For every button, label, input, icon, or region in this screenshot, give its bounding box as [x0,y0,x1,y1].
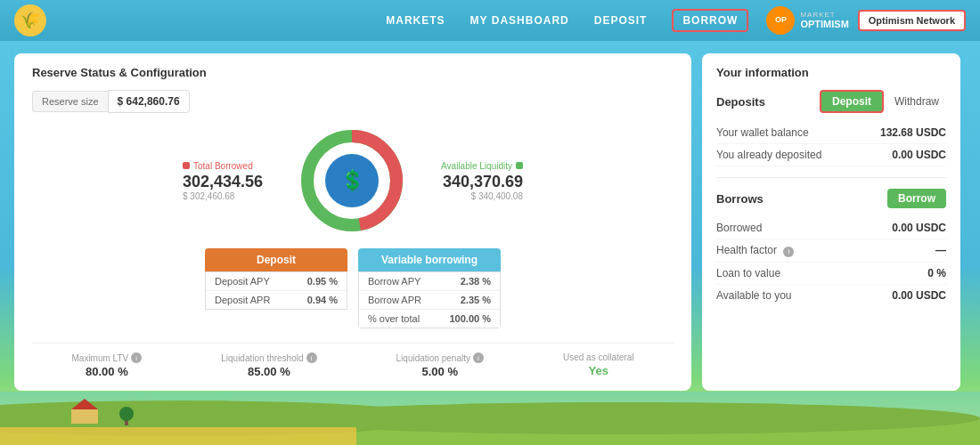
stat-liquidation-penalty: Liquidation penalty i 5.00 % [396,352,484,378]
deposit-table-body: Deposit APY 0.95 % Deposit APR 0.94 % [205,271,347,310]
borrowed-value: 0.00 USDC [892,222,946,234]
svg-point-10 [119,407,134,421]
deposit-table-header: Deposit [205,248,347,271]
borrows-label: Borrows [716,192,764,206]
logo-icon: 🌾 [20,11,40,30]
main-content: Reserve Status & Configuration Reserve s… [0,41,980,403]
health-factor-label: Health factor i [716,244,794,257]
wallet-balance-label: Your wallet balance [716,126,809,139]
total-borrowed-amount: 302,434.56 [183,173,263,191]
table-row: Borrow APY 2.38 % [359,272,500,291]
available-liquidity-label: Available Liquidity [441,161,523,171]
deposit-actions: Deposit Withdraw [820,90,946,113]
stat-max-ltv-value: 80.00 % [72,365,143,378]
wallet-balance-value: 132.68 USDC [880,126,946,139]
available-to-you-row: Available to you 0.00 USDC [716,285,946,306]
stat-liquidation-threshold: Liquidation threshold i 85.00 % [221,352,316,378]
nav-dashboard[interactable]: MY DASHBOARD [470,14,569,27]
borrowed-row: Borrowed 0.00 USDC [716,217,946,239]
available-liquidity-amount: 340,370.69 [441,173,523,191]
already-deposited-label: You already deposited [716,149,821,161]
available-liquidity-info: Available Liquidity 340,370.69 $ 340,400… [441,161,523,201]
main-nav: MARKETS MY DASHBOARD DEPOSIT BORROW [386,9,748,32]
deposit-apr-value: 0.94 % [307,295,338,305]
svg-rect-7 [71,409,98,424]
borrow-apr-label: Borrow APR [368,295,421,305]
borrow-button[interactable]: Borrow [887,189,946,208]
deposit-apy-label: Deposit APY [215,276,270,287]
available-to-you-label: Available to you [716,289,792,302]
your-info-title: Your information [716,66,946,79]
borrow-apr-value: 2.35 % [461,295,491,305]
network-badge[interactable]: Optimism Network [858,10,966,31]
nav-markets[interactable]: MARKETS [386,14,445,27]
health-factor-info-icon[interactable]: i [783,247,794,257]
variable-table-header: Variable borrowing [358,248,501,271]
loan-to-value-row: Loan to value 0 % [716,263,946,285]
market-logo-icon: OP [766,6,795,35]
stat-max-ltv: Maximum LTV i 80.00 % [72,352,143,378]
market-info: OP MARKET OPTIMISM [766,6,848,35]
borrowed-label: Borrowed [716,222,762,234]
tables-row: Deposit Deposit APY 0.95 % Deposit APR 0… [32,248,674,328]
stat-collateral: Used as collateral Yes [563,352,633,378]
reserve-size-row: Reserve size $ 642,860.76 [32,90,674,113]
pct-over-total-label: % over total [368,313,420,324]
health-factor-value: — [935,244,946,257]
deposit-table: Deposit Deposit APY 0.95 % Deposit APR 0… [205,248,347,328]
nav-deposit[interactable]: DEPOSIT [594,14,648,27]
wallet-balance-row: Your wallet balance 132.68 USDC [716,122,946,144]
borrow-apy-value: 2.38 % [461,276,491,287]
table-row: % over total 100.00 % [359,310,500,328]
deposit-apr-label: Deposit APR [215,295,270,305]
borrow-apy-label: Borrow APY [368,276,421,287]
variable-table: Variable borrowing Borrow APY 2.38 % Bor… [358,248,501,328]
available-to-you-value: 0.00 USDC [892,289,946,302]
loan-to-value-value: 0 % [927,267,946,279]
reserve-panel-title: Reserve Status & Configuration [32,66,674,79]
table-row: Deposit APR 0.94 % [206,291,347,309]
market-name: OPTIMISM [800,19,848,30]
deposits-label: Deposits [716,95,765,109]
stat-max-ltv-label: Maximum LTV i [72,352,143,363]
stat-collateral-label: Used as collateral [563,352,633,362]
nav-borrow[interactable]: BORROW [672,9,748,32]
app-logo[interactable]: 🌾 [14,4,46,36]
stat-liquidation-threshold-value: 85.00 % [221,365,316,378]
stat-collateral-value: Yes [563,364,633,377]
deposit-apy-value: 0.95 % [307,276,338,287]
section-divider [716,177,946,178]
table-row: Borrow APR 2.35 % [359,291,500,310]
already-deposited-value: 0.00 USDC [892,149,946,161]
reserve-label: Reserve size [32,91,108,112]
info-icon[interactable]: i [131,352,142,363]
your-info-panel: Your information Deposits Deposit Withdr… [702,53,960,391]
market-label: MARKET [800,11,848,20]
table-row: Deposit APY 0.95 % [206,272,347,291]
total-borrowed-label: Total Borrowed [183,161,263,171]
stat-liquidation-threshold-label: Liquidation threshold i [221,352,316,363]
chart-area: Total Borrowed 302,434.56 $ 302,460.68 💲 [32,127,674,234]
svg-point-5 [267,402,980,434]
info-icon[interactable]: i [306,352,317,363]
info-icon[interactable]: i [473,352,484,363]
borrows-section-header: Borrows Borrow [716,189,946,208]
landscape-decoration [0,392,980,445]
variable-table-body: Borrow APY 2.38 % Borrow APR 2.35 % % ov… [358,271,501,328]
reserve-panel: Reserve Status & Configuration Reserve s… [14,53,691,391]
available-liquidity-sub: $ 340,400.08 [441,191,523,201]
svg-rect-6 [0,427,356,445]
market-name-block: MARKET OPTIMISM [800,11,848,31]
deposits-section-header: Deposits Deposit Withdraw [716,90,946,113]
withdraw-button[interactable]: Withdraw [887,90,946,113]
deposit-button[interactable]: Deposit [820,90,884,113]
pct-over-total-value: 100.00 % [450,313,492,324]
stat-liquidation-penalty-value: 5.00 % [396,365,484,378]
loan-to-value-label: Loan to value [716,267,780,279]
reserve-value: $ 642,860.76 [108,90,190,113]
header: 🌾 MARKETS MY DASHBOARD DEPOSIT BORROW OP… [0,0,980,41]
health-factor-row: Health factor i — [716,239,946,263]
total-borrowed-info: Total Borrowed 302,434.56 $ 302,460.68 [183,161,263,201]
donut-center-icon: 💲 [325,154,379,207]
borrows-section: Borrows Borrow Borrowed 0.00 USDC Health… [716,189,946,306]
